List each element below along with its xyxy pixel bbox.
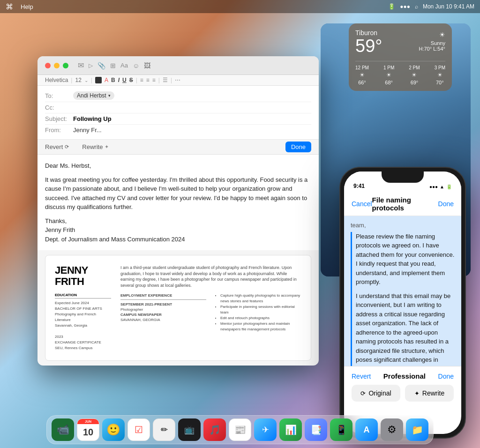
- reminders-icon: ☑: [135, 424, 143, 435]
- forward-icon[interactable]: ▷: [89, 62, 93, 69]
- dock-transporter[interactable]: ✈: [254, 418, 277, 441]
- weather-forecast: 12 PM ☀ 66° 1 PM ☀ 68° 2 PM ☀ 69° 3 PM ☀…: [355, 61, 445, 85]
- close-button[interactable]: [45, 63, 51, 68]
- resume-edu-text: Expected June 2024BACHELOR OF FINE ARTSP…: [55, 300, 111, 351]
- forecast-icon-0: ☀: [355, 72, 369, 78]
- align-right-icon[interactable]: ≡: [152, 77, 156, 83]
- iphone-nav-done[interactable]: Done: [438, 200, 454, 208]
- menubar: ⌘ Help 🔋 ●●● ⌕ Mon Jun 10 9:41 AM: [0, 0, 480, 13]
- resume-bullet-list: Capture high-quality photographs to acco…: [216, 293, 301, 332]
- dock-news[interactable]: 📰: [229, 418, 251, 441]
- help-menu[interactable]: Help: [21, 3, 33, 10]
- freeform-icon: ✏: [161, 425, 168, 435]
- rewrite-label: Rewrite: [422, 389, 444, 397]
- original-label: Original: [368, 389, 391, 397]
- dock-keynote[interactable]: 📑: [305, 418, 327, 441]
- mail-titlebar: ✉ ▷ 📎 ⊞ Aa ☺ 🖼: [38, 56, 319, 75]
- dock-numbers[interactable]: 📊: [279, 418, 302, 441]
- emoji-icon[interactable]: ☺: [133, 62, 139, 69]
- font-size[interactable]: 12: [75, 77, 81, 83]
- color-picker[interactable]: [95, 77, 102, 83]
- to-chip[interactable]: Andi Herbst ▾: [73, 91, 114, 100]
- dock-systemsettings[interactable]: ⚙: [381, 418, 403, 441]
- weather-widget[interactable]: Tiburon 59° ☀ Sunny H:70° L:54° 12 PM ☀ …: [349, 23, 452, 91]
- italic-button[interactable]: I: [118, 77, 120, 83]
- dock-files[interactable]: 📁: [406, 418, 428, 441]
- iphone-bottom-bar: Revert Professional Done ⟳ Original ✦ Re…: [344, 366, 461, 405]
- dock-calendar[interactable]: JUN 10: [77, 418, 99, 441]
- iphone-nav: Cancel File naming protocols Done: [344, 192, 461, 216]
- cc-field: Cc:: [45, 102, 311, 113]
- music-icon: 🎵: [209, 424, 221, 435]
- iphone-email-body[interactable]: team, Please review the file naming prot…: [344, 216, 461, 366]
- compose-icon[interactable]: ✉: [78, 61, 84, 70]
- revert-button[interactable]: Revert ⟳: [45, 143, 69, 150]
- format-icon[interactable]: Aa: [120, 62, 128, 69]
- weather-city: Tiburon: [355, 29, 382, 37]
- resume-columns: EMPLOYMENT EXPERIENCE SEPTEMBER 2021-PRE…: [120, 293, 301, 332]
- mail-headers: To: Andi Herbst ▾ Cc: Subject: Following…: [38, 86, 319, 140]
- transporter-icon: ✈: [262, 425, 269, 435]
- forecast-time: 12 PM: [355, 65, 369, 70]
- align-center-icon[interactable]: ≡: [146, 77, 150, 83]
- dock-music[interactable]: 🎵: [203, 418, 226, 441]
- keynote-icon: 📑: [310, 424, 322, 435]
- attachment-icon[interactable]: 📎: [98, 62, 105, 69]
- bold-button[interactable]: B: [111, 77, 115, 83]
- highlight-color[interactable]: A: [105, 77, 108, 83]
- search-icon[interactable]: ⌕: [415, 3, 418, 10]
- photo-icon[interactable]: 🖼: [144, 62, 150, 69]
- rewrite-toolbar: Revert ⟳ Rewrite ✦ Done: [38, 140, 319, 155]
- rewrite-button[interactable]: Rewrite ✦: [82, 143, 109, 150]
- mail-body[interactable]: Dear Ms. Herbst, It was great meeting yo…: [38, 155, 319, 250]
- files-icon: 📁: [412, 424, 423, 435]
- iphone-notch: [382, 172, 424, 183]
- subject-value[interactable]: Following Up: [73, 115, 112, 122]
- rewrite-button[interactable]: ✦ Rewrite: [405, 385, 454, 402]
- mail-para1: It was great meeting you for coffee yest…: [45, 175, 311, 212]
- weather-temp: 59°: [355, 37, 382, 56]
- settings-icon: ⚙: [387, 424, 397, 436]
- done-button[interactable]: Done: [285, 142, 311, 152]
- dock-finder[interactable]: 🙂: [102, 418, 125, 441]
- align-left-icon[interactable]: ≡: [140, 77, 143, 83]
- forecast-time-3: 3 PM: [435, 65, 445, 70]
- mail-greeting: Dear Ms. Herbst,: [45, 161, 311, 171]
- forecast-3pm: 3 PM ☀ 70°: [435, 65, 445, 85]
- original-button[interactable]: ⟳ Original: [352, 385, 400, 402]
- iphone-cancel-button[interactable]: Cancel: [352, 200, 372, 208]
- facetime-icon: 📹: [57, 424, 69, 436]
- dock-reminders[interactable]: ☑: [128, 418, 150, 441]
- resume-attachment: JENNY FRITH EDUCATION Expected June 2024…: [45, 255, 311, 361]
- iphone-revert-button[interactable]: Revert: [352, 373, 371, 380]
- dock-facetime[interactable]: 📹: [52, 418, 74, 441]
- revert-icon: ⟳: [65, 144, 69, 150]
- menubar-left: ⌘ Help: [6, 2, 33, 11]
- dock-appstore[interactable]: A: [355, 418, 378, 441]
- battery-icon: 🔋: [388, 3, 395, 10]
- rewrite-icon: ✦: [414, 390, 420, 397]
- maximize-button[interactable]: [63, 63, 68, 68]
- iphone-battery-icon: 🔋: [446, 184, 452, 189]
- more-format-icon[interactable]: ⋯: [175, 77, 180, 83]
- underline-button[interactable]: U: [122, 77, 127, 83]
- list-icon[interactable]: ☰: [163, 77, 168, 83]
- iphone-done-button[interactable]: Done: [438, 373, 454, 380]
- appletv-icon: 📺: [184, 425, 195, 435]
- mail-format-bar: Helvetica | 12 ⌄ | A B I U S | ≡ ≡ ≡ | ☰…: [38, 75, 319, 86]
- font-selector[interactable]: Helvetica: [45, 77, 68, 83]
- minimize-button[interactable]: [54, 63, 60, 68]
- layout-icon[interactable]: ⊞: [110, 62, 116, 69]
- forecast-2pm: 2 PM ☀ 69°: [409, 65, 420, 85]
- dock-phone[interactable]: 📱: [330, 418, 352, 441]
- subject-label: Subject:: [45, 115, 73, 122]
- forecast-icon-3: ☀: [435, 72, 445, 78]
- dock-freeform[interactable]: ✏: [153, 418, 175, 441]
- apple-menu[interactable]: ⌘: [6, 2, 13, 11]
- iphone-nav-title: File naming protocols: [372, 196, 438, 212]
- size-arrows[interactable]: ⌄: [84, 78, 88, 83]
- rewrite-label: Rewrite: [82, 143, 103, 150]
- strikethrough-button[interactable]: S: [129, 77, 133, 83]
- dock-appletv[interactable]: 📺: [178, 418, 201, 441]
- to-label: To:: [45, 92, 73, 99]
